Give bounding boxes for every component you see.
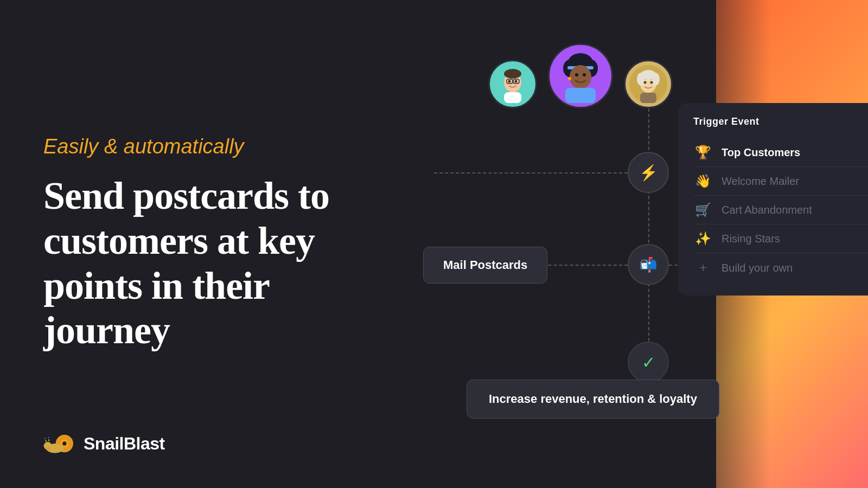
avatars-row <box>488 43 673 108</box>
star-icon: ✨ <box>693 231 713 246</box>
svg-point-16 <box>583 73 586 76</box>
svg-point-14 <box>570 65 591 89</box>
trigger-item-top-customers[interactable]: 🏆 Top Customers <box>693 138 868 167</box>
trigger-label-cart-abandonment: Cart Abandonment <box>722 204 812 216</box>
trigger-label-build-own: Build your own <box>722 262 793 274</box>
avatar-2 <box>548 43 613 108</box>
check-node: ✓ <box>628 342 669 383</box>
avatar-3 <box>624 60 673 108</box>
left-panel: Easily & automatically Send postcards to… <box>0 102 380 386</box>
right-panel: ⚡ 📬 ✓ Mail Postcards Increase revenue, r… <box>380 0 868 488</box>
trophy-icon: 🏆 <box>693 145 713 160</box>
trigger-label-top-customers: Top Customers <box>722 146 800 159</box>
svg-rect-26 <box>640 93 656 103</box>
plus-icon: + <box>693 260 713 276</box>
svg-point-4 <box>515 80 518 83</box>
trigger-label-welcome-mailer: Welcome Mailer <box>722 175 799 188</box>
mail-node: 📬 <box>628 244 669 285</box>
svg-rect-18 <box>565 88 596 103</box>
svg-rect-8 <box>504 92 521 103</box>
svg-point-2 <box>504 69 521 79</box>
trigger-item-welcome-mailer[interactable]: 👋 Welcome Mailer <box>693 167 868 196</box>
mail-postcards-box: Mail Postcards <box>423 247 547 284</box>
svg-point-25 <box>650 81 653 84</box>
main-heading: Send postcards to customers at key point… <box>43 174 336 353</box>
trigger-node: ⚡ <box>628 152 669 193</box>
wave-icon: 👋 <box>693 174 713 189</box>
svg-point-24 <box>644 81 647 84</box>
trigger-item-cart-abandonment[interactable]: 🛒 Cart Abandonment <box>693 196 868 224</box>
trigger-panel-title: Trigger Event <box>693 116 868 127</box>
trigger-label-rising-stars: Rising Stars <box>722 233 780 245</box>
trigger-item-rising-stars[interactable]: ✨ Rising Stars <box>693 224 868 253</box>
tagline: Easily & automatically <box>43 135 336 158</box>
content-wrapper: Easily & automatically Send postcards to… <box>0 0 868 488</box>
trigger-item-build-own[interactable]: + Build your own <box>693 253 868 282</box>
trigger-panel: Trigger Event 🏆 Top Customers 👋 Welcome … <box>678 103 868 296</box>
result-box: Increase revenue, retention & loyalty <box>467 380 719 419</box>
avatar-1 <box>488 60 537 108</box>
svg-point-15 <box>575 73 578 76</box>
cart-icon: 🛒 <box>693 202 713 217</box>
svg-point-3 <box>508 80 511 83</box>
svg-point-17 <box>568 77 571 80</box>
h-line-trigger <box>434 172 628 174</box>
